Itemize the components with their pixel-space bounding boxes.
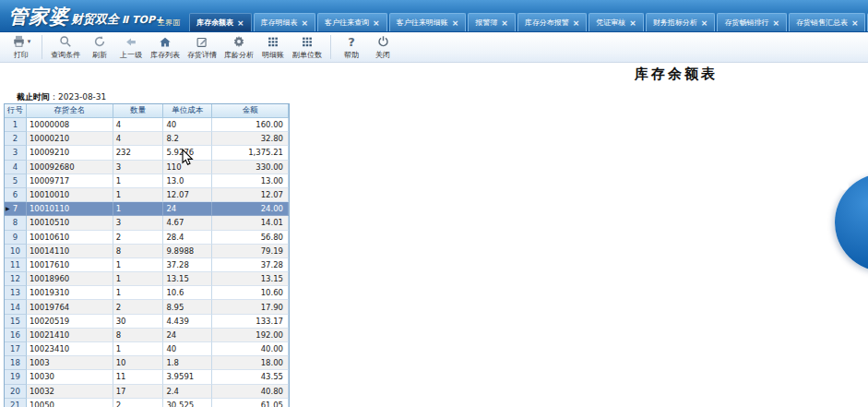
tab-close-icon[interactable]: × [452,18,459,28]
logo-brand-text: 管家婆 [8,6,69,28]
column-header[interactable]: 行号 [5,104,27,118]
amount-cell: 40.00 [212,342,289,356]
stock-name-cell: 10018960 [27,272,113,286]
back-arrow-icon [125,35,137,49]
table-row[interactable]: 41000926803110330.00 [5,161,289,174]
sub-unit-qty-button[interactable]: 副单位数 [289,33,326,62]
stock-detail-button[interactable]: 存货详情 [184,33,220,62]
table-row[interactable]: 1310019310110.610.60 [5,286,289,300]
quantity-cell: 2 [113,300,164,314]
inventory-balance-table: 行号存货全名数量单位成本金额110000008440160.0021000021… [4,103,290,407]
tab-customer-current-query[interactable]: 客户往来查询× [317,13,387,31]
table-row[interactable]: 510009717113.013.00 [5,174,289,188]
quantity-cell: 11 [113,370,164,384]
table-row[interactable]: 610010010112.0712.07 [5,188,289,202]
toolbar-button-label: 查询条件 [51,50,80,60]
cutoff-date-label: 截止时间 [17,92,50,102]
tab-close-icon[interactable]: × [573,18,580,28]
tab-close-icon[interactable]: × [629,18,636,28]
table-row[interactable]: 1210018960113.1513.15 [5,272,289,286]
grid-icon [301,35,314,49]
toolbar-button-label: 库存列表 [150,50,180,60]
tab-financial-indicator-analysis[interactable]: 财务指标分析× [646,13,716,31]
quantity-cell: 4 [113,132,164,146]
stock-name-cell: 10010110 [27,202,113,216]
table-row[interactable]: 2010032172.440.80 [5,385,289,399]
column-header[interactable]: 数量 [113,104,164,118]
unit-cost-cell: 40 [163,342,212,356]
dropdown-caret-icon[interactable]: ▾ [28,39,31,45]
table-row[interactable]: 21000021048.232.80 [5,132,289,146]
tab-alarm-book[interactable]: 报警簿× [468,13,516,31]
tab-label: 客户往来查询 [325,18,369,28]
detail-ledger-button[interactable]: 明细账 [257,33,289,62]
table-row[interactable]: 1910030113.959143.55 [5,370,289,384]
column-header[interactable]: 单位成本 [163,104,212,118]
close-button[interactable]: 关闭 [367,33,398,62]
table-row[interactable]: 171002341014040.00 [5,342,289,356]
column-header[interactable]: 金额 [212,104,289,118]
toolbar-button-label: 存货详情 [187,50,217,60]
amount-cell: 14.01 [212,216,289,230]
table-row[interactable]: 1610021410824192.00 [5,329,289,342]
table-row[interactable]: 3100092102325.92761,375.21 [5,146,289,160]
amount-cell: 79.19 [212,245,289,258]
tab-inventory-detail[interactable]: 库存明细表× [254,13,316,31]
stock-name-cell: 10017610 [27,258,113,272]
quantity-cell: 232 [113,146,164,160]
table-row[interactable]: 101001411089.898879.19 [5,245,289,258]
tab-close-icon[interactable]: × [302,18,309,28]
query-conditions-button[interactable]: 查询条件 [47,33,84,62]
tab-stock-bestseller-ranking[interactable]: 存货畅销排行× [717,13,787,31]
toolbar-button-label: 打印 [14,50,29,60]
up-level-button[interactable]: 上一级 [115,33,147,62]
tab-close-icon[interactable]: × [772,18,779,28]
row-number-cell: 16 [5,329,27,342]
tab-inventory-balance[interactable]: 库存余额表× [189,13,252,31]
refresh-button[interactable]: 刷新 [84,33,115,62]
stock-name-cell: 10023410 [27,342,113,356]
stock-name-cell: 10010610 [27,231,113,245]
tab-inventory-distribution-alarm[interactable]: 库存分布报警× [517,13,588,31]
tab-main[interactable]: 主界面 [150,13,187,31]
tab-close-icon[interactable]: × [373,18,380,28]
amount-cell: 24.00 [212,202,289,216]
tab-label: 凭证审核 [596,18,625,28]
column-header[interactable]: 存货全名 [27,104,113,118]
help-button[interactable]: ?帮助 [336,33,367,62]
tab-close-icon[interactable]: × [501,18,508,28]
row-number-cell: 13 [5,286,27,300]
cutoff-date-separator: ： [50,92,58,102]
table-row[interactable]: 81001051034.6714.01 [5,216,289,230]
unit-cost-cell: 4.67 [163,216,212,230]
tab-voucher-audit[interactable]: 凭证审核× [589,13,644,31]
table-row[interactable]: 181003101.818.00 [5,356,289,370]
tab-close-icon[interactable]: × [851,18,859,28]
toolbar-button-label: 上一级 [120,50,142,60]
app-window: 管家婆财贸双全Ⅱ TOP+ 主界面库存余额表×库存明细表×客户往来查询×客户往来… [0,0,868,407]
toolbar-button-label: 库龄分析 [224,50,254,60]
table-row[interactable]: 2110050230.52561.05 [5,399,289,407]
refresh-icon [93,35,106,49]
row-number-cell: 6 [5,188,27,202]
tab-close-icon[interactable]: × [237,18,244,28]
table-row[interactable]: 910010610228.456.80 [5,231,289,245]
print-button[interactable]: ▾打印 [6,33,37,62]
amount-cell: 56.80 [212,231,289,245]
tab-customer-current-detail[interactable]: 客户往来明细账× [389,13,467,31]
stock-age-analysis-button[interactable]: 库龄分析 [220,33,257,62]
tab-stock-sales-summary[interactable]: 存货销售汇总表× [789,13,866,31]
unit-cost-cell: 24 [163,329,212,342]
table-row[interactable]: 141001976428.9517.90 [5,300,289,314]
amount-cell: 32.80 [212,132,289,146]
unit-cost-cell: 10.6 [163,286,212,300]
floating-assistant-button[interactable] [835,174,868,271]
table-row-selected[interactable]: ▶71001011012424.00 [5,202,289,216]
table-row[interactable]: 1510020519304.439133.17 [5,315,289,329]
table-row[interactable]: 1110017610137.2837.28 [5,258,289,272]
stock-name-cell: 10019764 [27,300,113,314]
table-row[interactable]: 110000008440160.00 [5,118,289,132]
report-cutoff-date: 截止时间：2023-08-31 [17,91,106,103]
tab-close-icon[interactable]: × [701,18,708,28]
inventory-list-button[interactable]: 库存列表 [147,33,184,62]
